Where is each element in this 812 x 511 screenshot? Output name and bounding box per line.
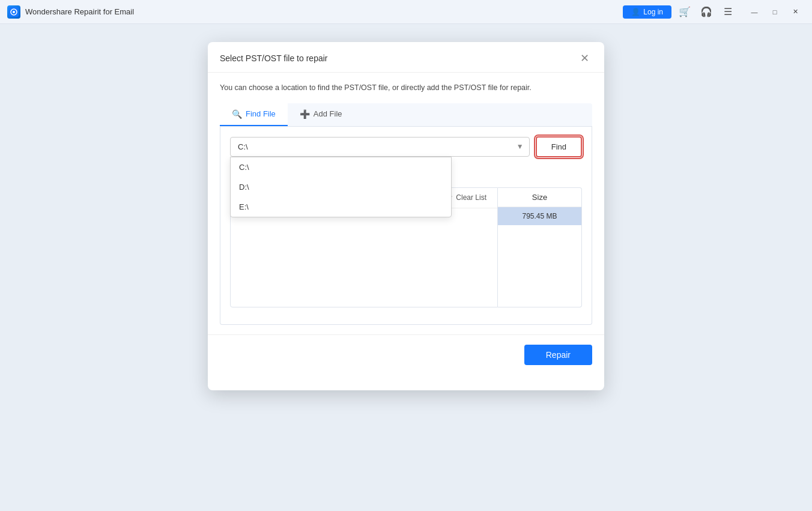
- window-controls: — □ ✕: [745, 4, 805, 20]
- drive-select-wrapper: C:\ D:\ E:\ ▼ C:\ D:\ E:\: [230, 137, 530, 157]
- tab-add-file[interactable]: ➕ Add File: [288, 103, 354, 126]
- drive-select[interactable]: C:\ D:\ E:\: [230, 137, 530, 157]
- app-title: Wondershare Repairit for Email: [25, 7, 134, 16]
- headset-icon-button[interactable]: 🎧: [698, 4, 715, 20]
- dialog-description: You can choose a location to find the PS…: [220, 82, 592, 94]
- tab-find-file[interactable]: 🔍 Find File: [220, 103, 288, 126]
- dialog-footer: Repair: [208, 334, 604, 375]
- repair-button[interactable]: Repair: [524, 345, 592, 365]
- add-file-icon: ➕: [300, 109, 310, 119]
- dialog-body: You can choose a location to find the PS…: [208, 73, 604, 334]
- cart-icon-button[interactable]: 🛒: [676, 4, 693, 20]
- minimize-button[interactable]: —: [745, 4, 764, 20]
- title-bar-right: 👤 Log in 🛒 🎧 ☰ — □ ✕: [623, 4, 805, 20]
- dropdown-option-e[interactable]: E:\: [231, 197, 451, 217]
- size-value: 795.45 MB: [498, 207, 581, 225]
- title-bar: Wondershare Repairit for Email 👤 Log in …: [0, 0, 812, 24]
- content-panel: C:\ D:\ E:\ ▼ C:\ D:\ E:\ Find: [220, 127, 592, 325]
- app-icon: [7, 5, 20, 19]
- selector-row: C:\ D:\ E:\ ▼ C:\ D:\ E:\ Find: [230, 136, 582, 157]
- size-column: Size 795.45 MB: [498, 187, 582, 307]
- drive-dropdown: C:\ D:\ E:\: [230, 157, 452, 217]
- dropdown-option-d[interactable]: D:\: [231, 177, 451, 197]
- dialog-header: Select PST/OST file to repair ✕: [208, 42, 604, 73]
- tab-bar: 🔍 Find File ➕ Add File: [220, 103, 592, 127]
- dialog-close-button[interactable]: ✕: [577, 52, 592, 65]
- login-button[interactable]: 👤 Log in: [623, 5, 671, 19]
- maximize-button[interactable]: □: [765, 4, 784, 20]
- dropdown-option-c[interactable]: C:\: [231, 157, 451, 177]
- find-button[interactable]: Find: [536, 136, 582, 157]
- user-icon: 👤: [631, 8, 640, 16]
- close-window-button[interactable]: ✕: [786, 4, 805, 20]
- main-content: Select PST/OST file to repair ✕ You can …: [0, 24, 812, 511]
- svg-point-2: [13, 11, 15, 13]
- menu-icon-button[interactable]: ☰: [720, 4, 736, 20]
- size-column-header: Size: [498, 188, 581, 207]
- select-file-dialog: Select PST/OST file to repair ✕ You can …: [208, 42, 604, 390]
- dialog-title: Select PST/OST file to repair: [220, 53, 327, 63]
- title-bar-left: Wondershare Repairit for Email: [7, 5, 623, 19]
- find-file-icon: 🔍: [232, 109, 242, 119]
